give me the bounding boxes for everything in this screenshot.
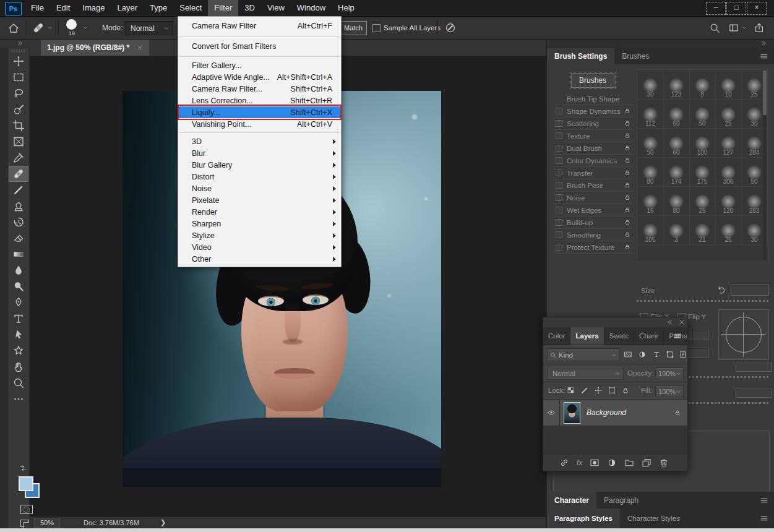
close-panel-icon[interactable] xyxy=(679,319,685,325)
tool-preset-icon[interactable] xyxy=(32,22,45,34)
layer-visibility-cell[interactable] xyxy=(543,400,560,426)
type-tool[interactable] xyxy=(8,311,29,327)
brush-preset[interactable]: 3 xyxy=(663,215,690,245)
tab-swatc[interactable]: Swatc xyxy=(604,327,634,345)
layer-row-background[interactable]: Background xyxy=(543,400,687,426)
menu-image[interactable]: Image xyxy=(76,0,111,16)
menu-window[interactable]: Window xyxy=(291,0,332,16)
pen-pressure-icon[interactable] xyxy=(444,22,457,34)
tab-layers[interactable]: Layers xyxy=(570,327,604,345)
brush-preset[interactable]: 306 xyxy=(715,157,742,187)
brush-preset[interactable]: 21 xyxy=(689,215,716,245)
filter-menu-item-convert-for-smart-filters[interactable]: Convert for Smart Filters xyxy=(178,39,341,54)
filter-smart-objects-icon[interactable] xyxy=(679,350,687,359)
brush-preset[interactable]: 112 xyxy=(637,99,664,129)
brush-preset[interactable]: 123 xyxy=(663,70,690,100)
brush-preset[interactable]: 100 xyxy=(689,128,716,158)
checkbox[interactable] xyxy=(556,194,562,201)
menu-3d[interactable]: 3D xyxy=(238,0,261,16)
tab-chanr[interactable]: Chanr xyxy=(634,327,664,345)
brush-preset[interactable]: 127 xyxy=(715,128,742,158)
brush-setting-scattering[interactable]: Scattering xyxy=(553,118,634,130)
filter-menu-item-liquify[interactable]: Liquify...Shift+Ctrl+X xyxy=(178,106,341,118)
collapse-panels-icon[interactable] xyxy=(760,40,767,46)
maximize-button[interactable]: □ xyxy=(726,2,746,15)
brush-preset[interactable]: 120 xyxy=(715,186,742,216)
search-icon[interactable] xyxy=(709,22,720,33)
toolbar-grip[interactable] xyxy=(11,49,26,53)
lock-artboard-icon[interactable] xyxy=(608,386,616,395)
lock-pixels-icon[interactable] xyxy=(580,386,589,395)
brushes-button[interactable]: Brushes xyxy=(571,73,614,88)
tab-close-icon[interactable] xyxy=(137,45,143,51)
lasso-tool[interactable] xyxy=(8,85,29,101)
filter-kind-dropdown[interactable]: Kind xyxy=(547,348,620,361)
home-icon[interactable] xyxy=(7,22,20,34)
share-icon[interactable] xyxy=(754,22,765,33)
tab-paragraph[interactable]: Paragraph xyxy=(596,492,646,508)
tab-color[interactable]: Color xyxy=(543,327,570,345)
tab-brush-settings[interactable]: Brush Settings xyxy=(547,48,614,64)
lock-position-icon[interactable] xyxy=(594,386,603,395)
panel-menu-icon[interactable] xyxy=(673,332,682,340)
brush-preset[interactable]: 16 xyxy=(637,186,664,216)
brush-setting-brush-tip-shape[interactable]: Brush Tip Shape xyxy=(553,93,634,105)
filter-menu-item-blur[interactable]: Blur xyxy=(178,147,341,159)
menu-select[interactable]: Select xyxy=(173,0,208,16)
status-options-chevron[interactable]: ❯ xyxy=(160,518,166,526)
filter-menu-item-noise[interactable]: Noise xyxy=(178,182,341,194)
quick-mask-mode-button[interactable] xyxy=(20,505,33,514)
mode-dropdown[interactable]: Normal xyxy=(125,21,173,35)
dodge-tool[interactable] xyxy=(8,278,29,294)
menu-file[interactable]: File xyxy=(25,0,50,16)
link-layers-icon[interactable] xyxy=(559,458,569,468)
panel-menu-icon[interactable] xyxy=(760,52,768,61)
reset-icon[interactable] xyxy=(716,285,726,295)
filter-menu-item-3d[interactable]: 3D xyxy=(178,135,341,147)
layer-thumbnail[interactable] xyxy=(564,402,580,424)
menu-layer[interactable]: Layer xyxy=(111,0,144,16)
checkbox[interactable] xyxy=(556,108,562,114)
custom-shape-tool[interactable] xyxy=(8,343,29,359)
add-mask-icon[interactable] xyxy=(590,458,600,468)
hardness-input[interactable] xyxy=(736,362,772,372)
brush-preset[interactable]: 25 xyxy=(689,186,716,216)
brush-setting-protect-texture[interactable]: Protect Texture xyxy=(553,241,634,254)
menu-type[interactable]: Type xyxy=(144,0,173,16)
chevron-down-icon[interactable] xyxy=(82,25,88,31)
brush-setting-texture[interactable]: Texture xyxy=(553,130,634,142)
brush-preset[interactable]: 30 xyxy=(637,70,664,100)
brush-setting-transfer[interactable]: Transfer xyxy=(553,167,634,179)
filter-menu-item-other[interactable]: Other xyxy=(178,253,341,265)
eraser-tool[interactable] xyxy=(8,230,29,246)
eyedropper-tool[interactable] xyxy=(8,150,29,166)
blur-tool[interactable] xyxy=(8,262,29,278)
size-slider[interactable] xyxy=(637,300,768,302)
brush-setting-build-up[interactable]: Build-up xyxy=(553,217,634,229)
checkbox[interactable] xyxy=(556,244,562,251)
tab-character[interactable]: Character xyxy=(547,492,596,508)
filter-menu-item-render[interactable]: Render xyxy=(178,206,341,218)
gradient-tool[interactable] xyxy=(8,246,29,262)
filter-adjustment-layers-icon[interactable] xyxy=(638,350,647,359)
brush-setting-brush-pose[interactable]: Brush Pose xyxy=(553,179,634,192)
history-brush-tool[interactable] xyxy=(8,214,29,230)
layers-panel-header[interactable] xyxy=(543,317,687,327)
menu-help[interactable]: Help xyxy=(332,0,361,16)
tab-character-styles[interactable]: Character Styles xyxy=(620,508,687,528)
menu-filter[interactable]: Filter xyxy=(208,0,238,16)
brush-preset[interactable]: 10 xyxy=(715,70,742,100)
brush-preset[interactable]: 60 xyxy=(663,128,690,158)
filter-menu-item-vanishing-point[interactable]: Vanishing Point...Alt+Ctrl+V xyxy=(178,118,341,130)
filter-menu-item-sharpen[interactable]: Sharpen xyxy=(178,218,341,230)
scrollbar[interactable] xyxy=(763,71,767,260)
filter-menu-item-blur-gallery[interactable]: Blur Gallery xyxy=(178,159,341,171)
move-tool[interactable] xyxy=(8,53,29,69)
hand-tool[interactable] xyxy=(8,359,29,375)
adjustment-layer-icon[interactable] xyxy=(607,458,617,468)
brush-preset[interactable]: 80 xyxy=(663,186,690,216)
blend-mode-dropdown[interactable]: Normal xyxy=(547,367,624,380)
brush-setting-shape-dynamics[interactable]: Shape Dynamics xyxy=(553,105,634,118)
filter-menu-item-camera-raw-filter[interactable]: Camera Raw FilterAlt+Ctrl+F xyxy=(178,19,341,33)
tab-brushes[interactable]: Brushes xyxy=(614,48,656,64)
